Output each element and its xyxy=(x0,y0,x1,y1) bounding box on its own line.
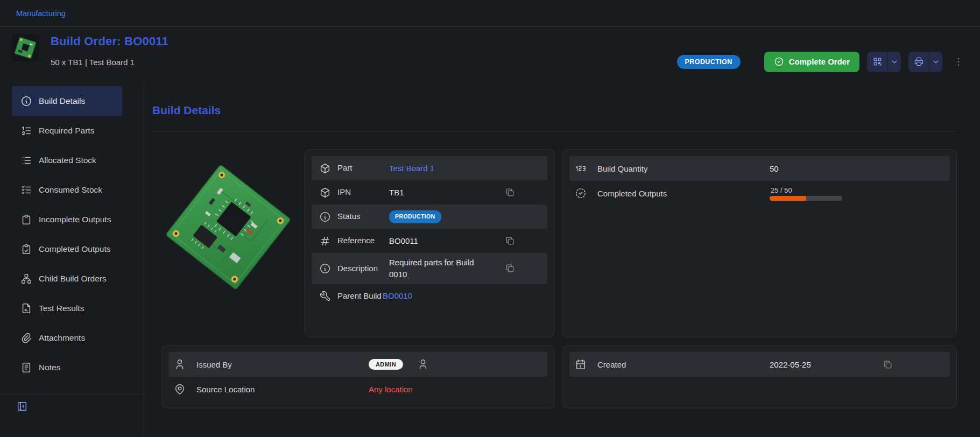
progress-check-icon xyxy=(575,187,597,199)
print-actions-split-button xyxy=(908,52,942,72)
parent-build-link[interactable]: BO0010 xyxy=(383,290,498,302)
completed-outputs-progress: 25 / 50 xyxy=(770,186,842,201)
sidebar-item-label: Test Results xyxy=(39,304,84,313)
panel-content: Build Details xyxy=(144,83,980,437)
list-check-icon xyxy=(20,184,32,196)
progress-label: 25 / 50 xyxy=(771,186,842,194)
detail-row-status: Status PRODUCTION xyxy=(312,205,547,229)
box-icon xyxy=(319,187,337,199)
copy-icon[interactable] xyxy=(505,263,515,273)
map-pin-icon xyxy=(174,383,196,395)
sidebar-collapse-button[interactable] xyxy=(16,400,28,412)
breadcrumb-manufacturing[interactable]: Manufacturing xyxy=(16,9,66,18)
issue-details-card: Issued By ADMIN Source Location Any loca… xyxy=(161,345,554,408)
sidebar-item-incomplete-outputs[interactable]: Incomplete Outputs xyxy=(12,205,122,234)
sidebar-item-label: Allocated Stock xyxy=(39,156,96,165)
complete-order-button[interactable]: Complete Order xyxy=(764,52,859,72)
part-thumbnail[interactable] xyxy=(12,34,39,61)
created-value: 2022-05-25 xyxy=(770,360,883,369)
print-chevron-down-icon[interactable] xyxy=(929,52,942,72)
sidebar-item-allocated-stock[interactable]: Allocated Stock xyxy=(12,145,122,175)
sidebar-item-label: Incomplete Outputs xyxy=(39,215,111,224)
detail-row-ipn: IPN TB1 xyxy=(312,180,547,205)
sidebar-item-label: Notes xyxy=(39,363,61,372)
sidebar-item-label: Completed Outputs xyxy=(39,244,111,254)
created-card: Created 2022-05-25 xyxy=(562,345,957,408)
reference-value: BO0011 xyxy=(389,235,505,247)
copy-icon[interactable] xyxy=(883,360,893,370)
calendar-icon xyxy=(575,358,597,370)
more-actions-button[interactable] xyxy=(951,52,966,72)
list-icon xyxy=(20,154,32,166)
detail-row-parent-build: Parent Build BO0010 xyxy=(312,284,547,308)
info-circle-icon xyxy=(20,95,32,107)
panel-divider xyxy=(152,131,957,132)
test-report-icon xyxy=(20,302,32,314)
ipn-value: TB1 xyxy=(389,187,505,199)
sidebar-item-required-parts[interactable]: Required Parts xyxy=(12,116,122,145)
build-quantity-value: 50 xyxy=(770,164,883,173)
box-icon xyxy=(319,163,337,174)
detail-row-part: Part Test Board 1 xyxy=(312,156,547,180)
list-numbers-icon xyxy=(20,125,32,137)
sidebar-item-label: Build Details xyxy=(39,96,85,106)
pcb-thumbnail-image xyxy=(12,34,39,61)
detail-row-created: Created 2022-05-25 xyxy=(569,352,950,377)
description-value: Required parts for Build 0010 xyxy=(389,257,476,280)
part-image xyxy=(161,149,295,337)
source-location-value: Any location xyxy=(369,385,482,394)
sitemap-icon xyxy=(20,273,32,285)
clipboard-check-icon xyxy=(20,243,32,255)
build-details-card: Part Test Board 1 IPN TB1 Status xyxy=(305,149,554,337)
sidebar-item-label: Required Parts xyxy=(39,126,94,136)
info-circle-icon xyxy=(319,211,337,223)
pcb-image xyxy=(164,149,293,305)
qrcode-icon[interactable] xyxy=(867,52,887,72)
paperclip-icon xyxy=(20,332,32,344)
sidebar-item-completed-outputs[interactable]: Completed Outputs xyxy=(12,234,122,264)
sidebar-item-label: Child Build Orders xyxy=(39,274,107,284)
sidebar-item-label: Attachments xyxy=(39,333,85,343)
detail-row-reference: Reference BO0011 xyxy=(312,229,547,253)
sidebar-item-test-results[interactable]: Test Results xyxy=(12,293,122,323)
detail-row-completed-outputs: Completed Outputs 25 / 50 xyxy=(569,181,950,206)
detail-row-issued-by: Issued By ADMIN xyxy=(168,352,547,377)
issued-by-badge: ADMIN xyxy=(369,359,403,370)
user-icon xyxy=(174,358,196,370)
barcode-actions-split-button xyxy=(867,52,901,72)
info-circle-icon xyxy=(319,263,337,274)
panel-title: Build Details xyxy=(152,104,957,117)
sidebar-item-build-details[interactable]: Build Details xyxy=(12,86,122,116)
page-title: Build Order: BO0011 xyxy=(51,34,168,48)
status-badge: PRODUCTION xyxy=(677,55,741,69)
detail-row-build-quantity: Build Quantity 50 xyxy=(569,156,950,181)
circle-check-icon xyxy=(774,57,784,67)
sidebar-item-label: Consumed Stock xyxy=(39,185,102,195)
detail-row-description: Description Required parts for Build 001… xyxy=(312,253,547,284)
hash-icon xyxy=(319,235,337,247)
barcode-chevron-down-icon[interactable] xyxy=(887,52,901,72)
panel-sidebar: Build Details Required Parts Allocated S… xyxy=(0,83,144,437)
page-header: Build Order: BO0011 50 x TB1 | Test Boar… xyxy=(0,27,980,83)
complete-order-label: Complete Order xyxy=(789,57,850,66)
build-quantity-card: Build Quantity 50 Completed Outputs 25 /… xyxy=(562,149,957,337)
copy-icon[interactable] xyxy=(505,187,515,198)
notes-icon xyxy=(20,362,32,373)
page-subtitle: 50 x TB1 | Test Board 1 xyxy=(51,58,168,67)
user-icon xyxy=(417,358,429,370)
sidebar-item-consumed-stock[interactable]: Consumed Stock xyxy=(12,175,122,205)
printer-icon[interactable] xyxy=(908,52,929,72)
breadcrumb: Manufacturing xyxy=(0,0,980,27)
detail-row-source-location: Source Location Any location xyxy=(168,377,547,401)
header-actions: PRODUCTION Complete Order xyxy=(677,40,966,83)
tools-icon xyxy=(319,290,337,302)
sidebar-item-notes[interactable]: Notes xyxy=(12,353,122,382)
sidebar-item-attachments[interactable]: Attachments xyxy=(12,323,122,353)
numbers-123-icon xyxy=(575,163,597,174)
sidebar-item-child-build-orders[interactable]: Child Build Orders xyxy=(12,264,122,293)
status-chip: PRODUCTION xyxy=(389,210,441,223)
copy-icon[interactable] xyxy=(505,236,515,246)
clipboard-icon xyxy=(20,214,32,225)
part-link[interactable]: Test Board 1 xyxy=(389,163,505,174)
